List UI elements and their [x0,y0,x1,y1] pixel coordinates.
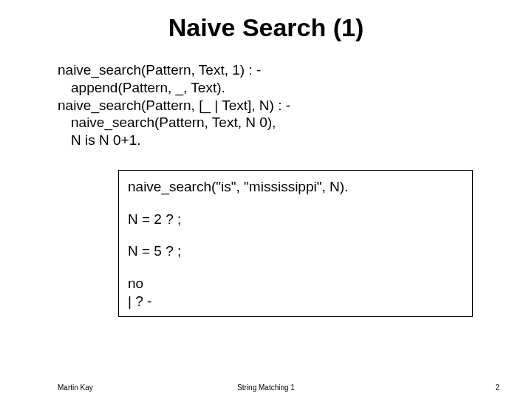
query-box: naive_search("is", "mississippi", N). N … [118,170,473,317]
footer-author: Martin Kay [58,383,93,392]
footer-title: String Matching 1 [237,383,295,392]
page-number: 2 [495,383,499,392]
box-line-3: N = 5 ? ; [128,242,463,260]
box-line-5: | ? - [128,293,463,310]
box-line-1: naive_search("is", "mississippi", N). [128,178,463,196]
code-line-2: append(Pattern, _, Text). [58,79,502,97]
code-line-1: naive_search(Pattern, Text, 1) : - [58,61,502,79]
code-line-3: naive_search(Pattern, [_ | Text], N) : - [58,97,502,115]
box-line-4: no [128,275,463,293]
page-title: Naive Search (1) [0,13,532,42]
code-line-4: naive_search(Pattern, Text, N 0), [58,114,502,132]
box-line-2: N = 2 ? ; [128,211,463,228]
code-block: naive_search(Pattern, Text, 1) : - appen… [0,61,532,149]
code-line-5: N is N 0+1. [58,132,502,149]
